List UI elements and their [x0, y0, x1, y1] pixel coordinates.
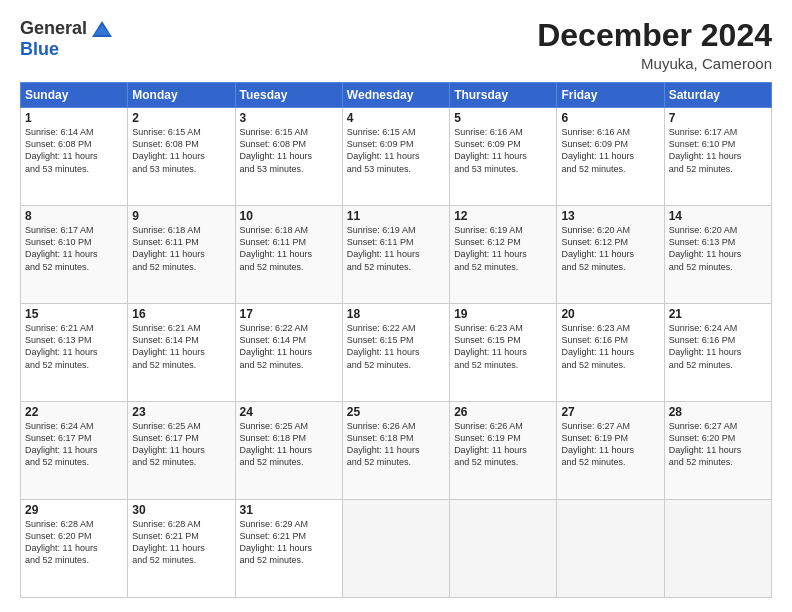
day-info: Sunrise: 6:16 AM Sunset: 6:09 PM Dayligh… — [454, 126, 552, 175]
calendar-cell: 27Sunrise: 6:27 AM Sunset: 6:19 PM Dayli… — [557, 402, 664, 500]
day-info: Sunrise: 6:20 AM Sunset: 6:13 PM Dayligh… — [669, 224, 767, 273]
week-row-1: 1Sunrise: 6:14 AM Sunset: 6:08 PM Daylig… — [21, 108, 772, 206]
day-info: Sunrise: 6:20 AM Sunset: 6:12 PM Dayligh… — [561, 224, 659, 273]
calendar-cell: 26Sunrise: 6:26 AM Sunset: 6:19 PM Dayli… — [450, 402, 557, 500]
day-header-thursday: Thursday — [450, 83, 557, 108]
day-number: 29 — [25, 503, 123, 517]
day-info: Sunrise: 6:29 AM Sunset: 6:21 PM Dayligh… — [240, 518, 338, 567]
day-info: Sunrise: 6:24 AM Sunset: 6:16 PM Dayligh… — [669, 322, 767, 371]
day-number: 13 — [561, 209, 659, 223]
day-number: 24 — [240, 405, 338, 419]
day-info: Sunrise: 6:23 AM Sunset: 6:16 PM Dayligh… — [561, 322, 659, 371]
day-number: 8 — [25, 209, 123, 223]
calendar-cell: 20Sunrise: 6:23 AM Sunset: 6:16 PM Dayli… — [557, 304, 664, 402]
day-info: Sunrise: 6:21 AM Sunset: 6:14 PM Dayligh… — [132, 322, 230, 371]
calendar-cell: 22Sunrise: 6:24 AM Sunset: 6:17 PM Dayli… — [21, 402, 128, 500]
day-number: 28 — [669, 405, 767, 419]
day-info: Sunrise: 6:15 AM Sunset: 6:09 PM Dayligh… — [347, 126, 445, 175]
day-number: 9 — [132, 209, 230, 223]
day-info: Sunrise: 6:28 AM Sunset: 6:21 PM Dayligh… — [132, 518, 230, 567]
calendar-cell: 17Sunrise: 6:22 AM Sunset: 6:14 PM Dayli… — [235, 304, 342, 402]
day-number: 19 — [454, 307, 552, 321]
day-number: 6 — [561, 111, 659, 125]
calendar-cell — [557, 500, 664, 598]
calendar-cell: 25Sunrise: 6:26 AM Sunset: 6:18 PM Dayli… — [342, 402, 449, 500]
calendar-cell: 5Sunrise: 6:16 AM Sunset: 6:09 PM Daylig… — [450, 108, 557, 206]
day-number: 12 — [454, 209, 552, 223]
day-number: 25 — [347, 405, 445, 419]
calendar-cell: 13Sunrise: 6:20 AM Sunset: 6:12 PM Dayli… — [557, 206, 664, 304]
day-header-saturday: Saturday — [664, 83, 771, 108]
day-number: 27 — [561, 405, 659, 419]
day-header-monday: Monday — [128, 83, 235, 108]
day-number: 26 — [454, 405, 552, 419]
day-info: Sunrise: 6:17 AM Sunset: 6:10 PM Dayligh… — [669, 126, 767, 175]
day-number: 10 — [240, 209, 338, 223]
calendar-cell: 21Sunrise: 6:24 AM Sunset: 6:16 PM Dayli… — [664, 304, 771, 402]
day-number: 5 — [454, 111, 552, 125]
calendar-cell: 15Sunrise: 6:21 AM Sunset: 6:13 PM Dayli… — [21, 304, 128, 402]
day-info: Sunrise: 6:15 AM Sunset: 6:08 PM Dayligh… — [240, 126, 338, 175]
day-number: 16 — [132, 307, 230, 321]
calendar-cell — [664, 500, 771, 598]
day-number: 7 — [669, 111, 767, 125]
week-row-3: 15Sunrise: 6:21 AM Sunset: 6:13 PM Dayli… — [21, 304, 772, 402]
calendar-cell: 4Sunrise: 6:15 AM Sunset: 6:09 PM Daylig… — [342, 108, 449, 206]
day-header-tuesday: Tuesday — [235, 83, 342, 108]
month-title: December 2024 — [537, 18, 772, 53]
calendar-cell: 30Sunrise: 6:28 AM Sunset: 6:21 PM Dayli… — [128, 500, 235, 598]
week-row-5: 29Sunrise: 6:28 AM Sunset: 6:20 PM Dayli… — [21, 500, 772, 598]
logo-blue-text: Blue — [20, 39, 59, 60]
calendar-cell: 7Sunrise: 6:17 AM Sunset: 6:10 PM Daylig… — [664, 108, 771, 206]
day-header-sunday: Sunday — [21, 83, 128, 108]
calendar-cell: 6Sunrise: 6:16 AM Sunset: 6:09 PM Daylig… — [557, 108, 664, 206]
day-number: 21 — [669, 307, 767, 321]
day-header-wednesday: Wednesday — [342, 83, 449, 108]
day-info: Sunrise: 6:22 AM Sunset: 6:15 PM Dayligh… — [347, 322, 445, 371]
calendar-cell: 28Sunrise: 6:27 AM Sunset: 6:20 PM Dayli… — [664, 402, 771, 500]
logo-text: General — [20, 18, 113, 39]
day-info: Sunrise: 6:25 AM Sunset: 6:18 PM Dayligh… — [240, 420, 338, 469]
day-number: 15 — [25, 307, 123, 321]
day-number: 17 — [240, 307, 338, 321]
calendar-cell: 31Sunrise: 6:29 AM Sunset: 6:21 PM Dayli… — [235, 500, 342, 598]
day-info: Sunrise: 6:18 AM Sunset: 6:11 PM Dayligh… — [132, 224, 230, 273]
day-info: Sunrise: 6:27 AM Sunset: 6:19 PM Dayligh… — [561, 420, 659, 469]
day-info: Sunrise: 6:26 AM Sunset: 6:18 PM Dayligh… — [347, 420, 445, 469]
day-number: 11 — [347, 209, 445, 223]
day-info: Sunrise: 6:28 AM Sunset: 6:20 PM Dayligh… — [25, 518, 123, 567]
day-info: Sunrise: 6:14 AM Sunset: 6:08 PM Dayligh… — [25, 126, 123, 175]
day-number: 18 — [347, 307, 445, 321]
day-number: 30 — [132, 503, 230, 517]
day-info: Sunrise: 6:19 AM Sunset: 6:11 PM Dayligh… — [347, 224, 445, 273]
title-area: December 2024 Muyuka, Cameroon — [537, 18, 772, 72]
logo: General Blue — [20, 18, 113, 60]
day-info: Sunrise: 6:19 AM Sunset: 6:12 PM Dayligh… — [454, 224, 552, 273]
day-number: 3 — [240, 111, 338, 125]
calendar-cell — [450, 500, 557, 598]
calendar-cell: 8Sunrise: 6:17 AM Sunset: 6:10 PM Daylig… — [21, 206, 128, 304]
location: Muyuka, Cameroon — [537, 55, 772, 72]
day-header-row: SundayMondayTuesdayWednesdayThursdayFrid… — [21, 83, 772, 108]
calendar-cell: 9Sunrise: 6:18 AM Sunset: 6:11 PM Daylig… — [128, 206, 235, 304]
calendar-cell: 10Sunrise: 6:18 AM Sunset: 6:11 PM Dayli… — [235, 206, 342, 304]
calendar-cell: 24Sunrise: 6:25 AM Sunset: 6:18 PM Dayli… — [235, 402, 342, 500]
calendar-table: SundayMondayTuesdayWednesdayThursdayFrid… — [20, 82, 772, 598]
calendar-page: General Blue December 2024 Muyuka, Camer… — [0, 0, 792, 612]
calendar-cell: 2Sunrise: 6:15 AM Sunset: 6:08 PM Daylig… — [128, 108, 235, 206]
day-info: Sunrise: 6:18 AM Sunset: 6:11 PM Dayligh… — [240, 224, 338, 273]
week-row-4: 22Sunrise: 6:24 AM Sunset: 6:17 PM Dayli… — [21, 402, 772, 500]
calendar-cell — [342, 500, 449, 598]
calendar-cell: 14Sunrise: 6:20 AM Sunset: 6:13 PM Dayli… — [664, 206, 771, 304]
day-info: Sunrise: 6:16 AM Sunset: 6:09 PM Dayligh… — [561, 126, 659, 175]
calendar-cell: 19Sunrise: 6:23 AM Sunset: 6:15 PM Dayli… — [450, 304, 557, 402]
day-info: Sunrise: 6:25 AM Sunset: 6:17 PM Dayligh… — [132, 420, 230, 469]
day-number: 2 — [132, 111, 230, 125]
day-info: Sunrise: 6:22 AM Sunset: 6:14 PM Dayligh… — [240, 322, 338, 371]
calendar-cell: 3Sunrise: 6:15 AM Sunset: 6:08 PM Daylig… — [235, 108, 342, 206]
header: General Blue December 2024 Muyuka, Camer… — [20, 18, 772, 72]
logo-general-text: General — [20, 18, 87, 39]
logo-icon — [91, 20, 113, 38]
day-info: Sunrise: 6:23 AM Sunset: 6:15 PM Dayligh… — [454, 322, 552, 371]
day-number: 22 — [25, 405, 123, 419]
